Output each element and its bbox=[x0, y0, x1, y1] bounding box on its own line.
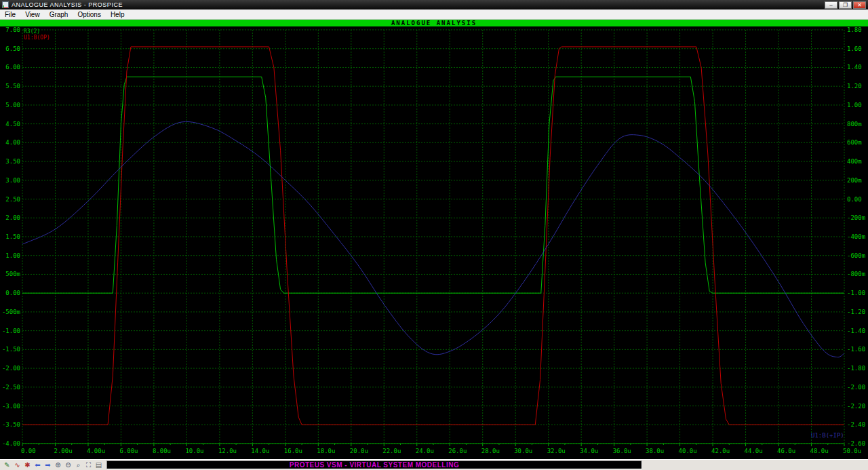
legend-entry: U1:B(OP) bbox=[24, 35, 50, 41]
y-axis-right-label: -2.00 bbox=[847, 384, 865, 391]
x-axis-label: 16.0u bbox=[284, 448, 302, 454]
x-axis-label: 2.00u bbox=[54, 448, 72, 454]
x-axis-label: 42.0u bbox=[711, 448, 730, 454]
y-axis-right-label: -1.40 bbox=[847, 328, 865, 334]
x-axis-label: 0.00 bbox=[21, 448, 36, 454]
y-axis-left-label: -1.50 bbox=[2, 346, 20, 353]
y-axis-left-label: 6.50 bbox=[5, 45, 20, 52]
app-window: ANALOGUE ANALYSIS - PROSPICE – ❐ ✕ File … bbox=[0, 0, 868, 470]
y-axis-right-label: 1.40 bbox=[847, 64, 862, 71]
add-trace-icon[interactable]: ∿ bbox=[12, 461, 22, 470]
y-axis-left-label: -3.50 bbox=[2, 421, 20, 428]
y-axis-right-label: -2.40 bbox=[847, 421, 865, 428]
y-axis-right-label: -2.20 bbox=[847, 403, 865, 410]
x-axis-label: 8.00u bbox=[153, 448, 171, 454]
y-axis-right-label: -1.80 bbox=[847, 365, 865, 372]
x-axis-label: 32.0u bbox=[547, 448, 566, 454]
x-axis-label: 50.0u bbox=[843, 448, 861, 454]
y-axis-left-label: 6.00 bbox=[5, 64, 20, 71]
zoom-out-icon[interactable]: ⊖ bbox=[63, 461, 73, 470]
y-axis-right-label: 1.80 bbox=[847, 26, 862, 33]
y-axis-left-label: 3.00 bbox=[5, 177, 20, 184]
y-axis-right-label: 1.20 bbox=[847, 83, 862, 90]
y-axis-left-label: -4.00 bbox=[2, 440, 20, 447]
y-axis-right-label: -1.20 bbox=[847, 309, 865, 315]
x-axis-label: 44.0u bbox=[745, 448, 763, 454]
trace-u1-b-ip- bbox=[22, 121, 844, 357]
menu-options[interactable]: Options bbox=[73, 9, 105, 20]
y-axis-left-label: 1.00 bbox=[5, 252, 20, 259]
y-axis-right-label: 400m bbox=[847, 158, 862, 165]
x-axis-label: 12.0u bbox=[218, 448, 237, 454]
y-axis-left-label: 5.00 bbox=[5, 102, 20, 109]
x-axis-label: 10.0u bbox=[185, 448, 203, 454]
y-axis-right-label: -1.00 bbox=[847, 290, 865, 296]
y-axis-right-label: 0.00 bbox=[847, 196, 862, 203]
menu-file[interactable]: File bbox=[0, 9, 20, 20]
analogue-analysis-chart[interactable]: 7.006.506.005.505.004.504.003.503.002.50… bbox=[0, 26, 868, 459]
menu-help[interactable]: Help bbox=[106, 9, 130, 20]
log-icon[interactable]: ▤ bbox=[94, 461, 104, 470]
status-message-area: PROTEUS VSM - VIRTUAL SYSTEM MODELLING bbox=[106, 461, 642, 469]
maximize-button[interactable]: ❐ bbox=[839, 1, 852, 9]
x-axis-label: 18.0u bbox=[317, 448, 335, 454]
x-axis-label: 48.0u bbox=[810, 448, 829, 454]
x-axis-label: 4.00u bbox=[87, 448, 105, 454]
x-axis-label: 28.0u bbox=[481, 448, 500, 454]
close-button[interactable]: ✕ bbox=[853, 1, 866, 9]
trace-r3-2- bbox=[22, 77, 844, 293]
x-axis-label: 40.0u bbox=[679, 448, 697, 454]
x-axis-label: 14.0u bbox=[251, 448, 269, 454]
x-axis-label: 22.0u bbox=[382, 448, 401, 454]
menu-bar: File View Graph Options Help bbox=[0, 9, 868, 20]
status-bar: ✎∿✱⬅➡⊕⊖⌕⛶▤ PROTEUS VSM - VIRTUAL SYSTEM … bbox=[0, 459, 868, 470]
y-axis-left-label: 4.50 bbox=[5, 121, 20, 128]
chart-title-bar: ANALOGUE ANALYSIS bbox=[0, 20, 868, 26]
y-axis-right-label: 200m bbox=[847, 177, 862, 184]
y-axis-left-label: 7.00 bbox=[5, 26, 20, 33]
minimize-button[interactable]: – bbox=[825, 1, 837, 9]
y-axis-left-label: 1.50 bbox=[5, 233, 20, 240]
y-axis-right-label: 1.00 bbox=[847, 102, 862, 109]
y-axis-left-label: 2.50 bbox=[5, 196, 20, 203]
x-axis-label: 46.0u bbox=[777, 448, 795, 454]
simulate-graph-icon[interactable]: ✱ bbox=[22, 461, 33, 470]
y-axis-left-label: 2.00 bbox=[5, 214, 20, 221]
waveform-plot-area[interactable]: 7.006.506.005.505.004.504.003.503.002.50… bbox=[0, 26, 868, 459]
legend-entry: R3(2) bbox=[24, 28, 40, 35]
zoom-area-icon[interactable]: ⛶ bbox=[83, 461, 94, 470]
x-axis-label: 6.00u bbox=[119, 448, 138, 454]
title-bar[interactable]: ANALOGUE ANALYSIS - PROSPICE – ❐ ✕ bbox=[0, 0, 868, 9]
y-axis-right-label: -200m bbox=[847, 214, 865, 221]
x-axis-label: 34.0u bbox=[580, 448, 598, 454]
menu-graph[interactable]: Graph bbox=[45, 9, 73, 20]
app-icon bbox=[2, 1, 9, 8]
edit-graph-icon[interactable]: ✎ bbox=[2, 461, 12, 470]
zoom-in-icon[interactable]: ⊕ bbox=[53, 461, 63, 470]
y-axis-left-label: 4.00 bbox=[5, 139, 20, 146]
y-axis-right-label: -400m bbox=[847, 233, 865, 240]
pan-left-icon[interactable]: ⬅ bbox=[33, 461, 43, 470]
x-axis-label: 38.0u bbox=[646, 448, 664, 454]
zoom-all-icon[interactable]: ⌕ bbox=[73, 461, 83, 470]
x-axis-label: 26.0u bbox=[448, 448, 467, 454]
y-axis-left-label: -3.00 bbox=[2, 403, 20, 410]
y-axis-left-label: 0.00 bbox=[5, 290, 20, 296]
y-axis-left-label: -500m bbox=[2, 309, 20, 315]
y-axis-left-label: -1.00 bbox=[2, 328, 20, 334]
y-axis-left-label: -2.50 bbox=[2, 384, 20, 391]
y-axis-left-label: -2.00 bbox=[2, 365, 20, 372]
status-message: PROTEUS VSM - VIRTUAL SYSTEM MODELLING bbox=[290, 461, 460, 469]
graph-toolbar: ✎∿✱⬅➡⊕⊖⌕⛶▤ bbox=[0, 461, 106, 470]
y-axis-right-label: 1.60 bbox=[847, 45, 862, 52]
y-axis-right-label: -600m bbox=[847, 252, 865, 259]
x-axis-label: 20.0u bbox=[350, 448, 368, 454]
y-axis-right-label: -800m bbox=[847, 271, 865, 277]
y-axis-left-label: 500m bbox=[5, 271, 20, 277]
menu-view[interactable]: View bbox=[20, 9, 45, 20]
x-axis-label: 30.0u bbox=[514, 448, 532, 454]
y-axis-right-label: 600m bbox=[847, 139, 862, 146]
y-axis-right-label: -2.60 bbox=[847, 440, 865, 447]
pan-right-icon[interactable]: ➡ bbox=[43, 461, 53, 470]
trace-label-u1b-ip: U1:B(+IP) bbox=[811, 432, 844, 439]
